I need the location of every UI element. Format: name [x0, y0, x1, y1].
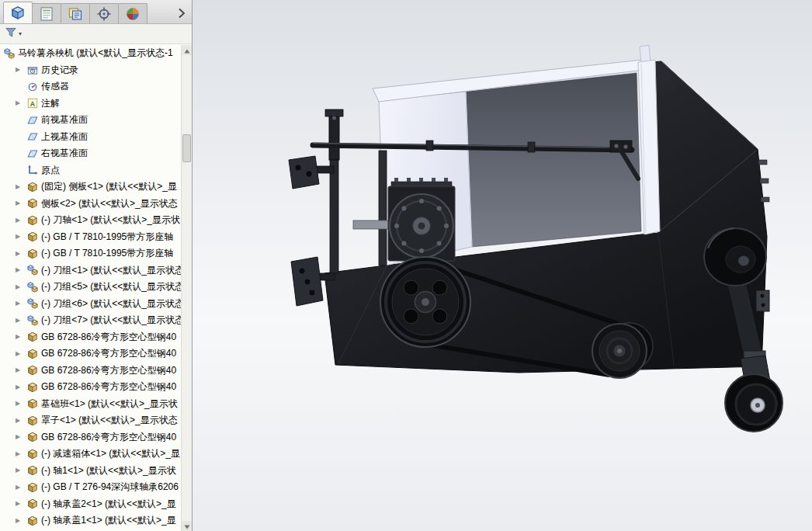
- origin-icon: [27, 165, 41, 175]
- tab-featuremanager[interactable]: [3, 2, 33, 23]
- filter-icon[interactable]: [5, 26, 17, 41]
- graphics-viewport[interactable]: [193, 0, 812, 531]
- expand-arrow-icon[interactable]: ▶: [16, 334, 27, 340]
- tree-item[interactable]: ▶基础班<1> (默认<<默认>_显示状: [0, 396, 182, 413]
- tree-item[interactable]: ▶(-) GB / T 7810-1995带方形座轴: [0, 245, 182, 262]
- arrow-up-icon: [184, 45, 190, 56]
- expand-arrow-icon[interactable]: ▶: [16, 451, 27, 457]
- expand-arrow-icon[interactable]: ▶: [16, 467, 27, 474]
- expand-arrow-icon[interactable]: ▶: [16, 284, 27, 290]
- expand-arrow-icon[interactable]: ▶: [16, 267, 27, 273]
- sensor-icon: [27, 82, 41, 92]
- expand-arrow-icon[interactable]: ▶: [16, 217, 27, 224]
- part-icon: [27, 449, 41, 460]
- expand-arrow-icon[interactable]: ▶: [16, 484, 27, 491]
- tree-scrollbar[interactable]: [181, 45, 192, 531]
- tree-item[interactable]: ▶GB 6728-86冷弯方形空心型钢40: [0, 329, 182, 346]
- scrollbar-down-button[interactable]: [182, 521, 192, 531]
- tree-item[interactable]: ▶(-) 刀组<7> (默认<<默认_显示状态: [0, 312, 182, 329]
- expand-arrow-icon[interactable]: ▶: [16, 384, 27, 390]
- expand-arrow-icon[interactable]: ▶: [16, 318, 27, 324]
- tree-item[interactable]: ▶GB 6728-86冷弯方形空心型钢40: [0, 379, 182, 396]
- item-label: (-) 刀组<6> (默认<<默认_显示状态: [41, 297, 182, 311]
- expand-arrow-icon[interactable]: ▶: [16, 418, 27, 424]
- tree-item[interactable]: ▶历史记录: [0, 62, 182, 79]
- tree-item[interactable]: 传感器: [0, 78, 182, 95]
- part-icon: [27, 182, 41, 193]
- tree-item[interactable]: ▶(-) 轴1<1> (默认<<默认>_显示状: [0, 463, 182, 480]
- tree-item-root[interactable]: 马铃薯杀秧机 (默认<默认_显示状态-1: [0, 45, 182, 62]
- tree-item[interactable]: ▶(-) 轴承盖2<1> (默认<<默认>_显: [0, 496, 182, 513]
- expand-arrow-icon[interactable]: ▶: [16, 184, 27, 190]
- part-icon: [27, 432, 41, 442]
- tree-item[interactable]: ▶(-) 减速箱体<1> (默认<<默认>_显: [0, 446, 182, 463]
- tree-item[interactable]: ▶罩子<1> (默认<<默认>_显示状态: [0, 412, 182, 429]
- tree-item[interactable]: 原点: [0, 162, 182, 179]
- expand-arrow-icon[interactable]: ▶: [16, 367, 27, 373]
- item-label: 前视基准面: [41, 113, 182, 127]
- expand-arrow-icon[interactable]: ▶: [16, 251, 27, 257]
- part-icon: [27, 349, 41, 359]
- panel-expand-button[interactable]: [174, 5, 189, 23]
- expand-arrow-icon[interactable]: ▶: [16, 300, 27, 307]
- expand-arrow-icon[interactable]: ▶: [16, 351, 27, 357]
- svg-text:A: A: [30, 100, 36, 108]
- tree-item[interactable]: ▶GB 6728-86冷弯方形空心型钢40: [0, 363, 182, 380]
- item-label: 原点: [41, 164, 182, 177]
- tree-item[interactable]: ▶(-) 轴承盖1<1> (默认<<默认>_显: [0, 512, 182, 529]
- assembly-icon: [27, 298, 41, 309]
- item-label: GB 6728-86冷弯方形空心型钢40: [41, 331, 182, 344]
- part-icon: [27, 365, 41, 376]
- tab-dimxpertmanager[interactable]: [89, 3, 119, 23]
- expand-arrow-icon[interactable]: ▶: [16, 100, 27, 106]
- tree-item[interactable]: ▶侧板<2> (默认<<默认>_显示状态: [0, 196, 182, 213]
- part-icon: [27, 382, 41, 393]
- tree-item[interactable]: ▶A注解: [0, 95, 182, 113]
- tree-item[interactable]: 上视基准面: [0, 129, 182, 146]
- expand-arrow-icon[interactable]: ▶: [16, 434, 27, 440]
- tab-configurationmanager[interactable]: [61, 3, 90, 23]
- item-label: 马铃薯杀秧机 (默认<默认_显示状态-1: [18, 47, 182, 60]
- part-icon: [27, 331, 41, 342]
- item-label: (-) GB / T 276-94深沟球轴承6206: [41, 481, 182, 494]
- tree-item[interactable]: ▶(-) 刀组<1> (默认<<默认_显示状态: [0, 262, 182, 279]
- expand-arrow-icon[interactable]: ▶: [16, 501, 27, 507]
- expand-arrow-icon[interactable]: ▶: [16, 234, 27, 240]
- expand-arrow-icon[interactable]: ▶: [16, 518, 27, 524]
- item-label: (-) 轴承盖2<1> (默认<<默认>_显: [41, 498, 182, 511]
- scrollbar-up-button[interactable]: [182, 45, 192, 55]
- expand-arrow-icon[interactable]: ▶: [16, 67, 27, 73]
- part-icon: [27, 198, 41, 209]
- tree-item[interactable]: ▶(-) GB / T 276-94深沟球轴承6206: [0, 479, 182, 496]
- item-label: 侧板<2> (默认<<默认>_显示状态: [41, 197, 182, 210]
- tree-item[interactable]: 右视基准面: [0, 145, 182, 162]
- item-label: 上视基准面: [41, 130, 182, 144]
- filter-dropdown-caret[interactable]: ▾: [19, 31, 22, 37]
- tree-item[interactable]: ▶(-) 刀组<5> (默认<<默认_显示状态: [0, 279, 182, 296]
- tree-item[interactable]: ▶GB 6728-86冷弯方形空心型钢40: [0, 345, 182, 363]
- part-icon: [27, 231, 41, 242]
- tree-item[interactable]: ▶(-) 刀轴<1> (默认<<默认>_显示状: [0, 212, 182, 229]
- viewport-3d[interactable]: [193, 0, 812, 531]
- part-icon: [27, 248, 41, 259]
- item-label: 注解: [41, 97, 182, 110]
- part-icon: [27, 482, 41, 493]
- item-label: (固定) 侧板<1> (默认<<默认>_显: [41, 180, 182, 193]
- tree-item[interactable]: ▶(固定) 侧板<1> (默认<<默认>_显: [0, 179, 182, 196]
- tree-item[interactable]: 前视基准面: [0, 112, 182, 129]
- item-label: GB 6728-86冷弯方形空心型钢40: [41, 380, 182, 394]
- part-icon: [27, 415, 41, 426]
- tab-displaymanager[interactable]: [118, 3, 147, 23]
- expand-arrow-icon[interactable]: ▶: [16, 401, 27, 407]
- scrollbar-thumb[interactable]: [182, 134, 191, 162]
- tab-propertymanager[interactable]: [32, 3, 61, 23]
- drive-pulley-large[interactable]: [380, 257, 470, 347]
- expand-arrow-icon[interactable]: ▶: [16, 200, 27, 206]
- tree-item[interactable]: ▶(-) GB / T 7810-1995带方形座轴: [0, 229, 182, 246]
- tree-item[interactable]: ▶(-) 刀组<6> (默认<<默认_显示状态: [0, 296, 182, 313]
- tree-item[interactable]: ▶GB 6728-86冷弯方形空心型钢40: [0, 429, 182, 446]
- item-label: 罩子<1> (默认<<默认>_显示状态: [41, 414, 182, 427]
- plane-icon: [27, 131, 41, 142]
- dimxpert-icon: [96, 6, 112, 22]
- history-icon: [27, 64, 41, 75]
